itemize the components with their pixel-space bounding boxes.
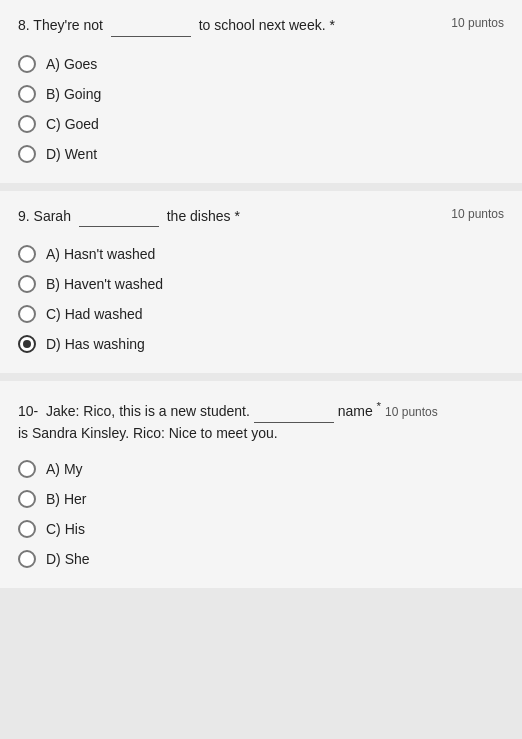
question-9: 9. Sarah the dishes * 10 puntos A) Hasn'…	[0, 191, 522, 374]
question-8-label-c: C) Goed	[46, 116, 99, 132]
question-9-blank	[79, 207, 159, 228]
question-9-radio-c[interactable]	[18, 305, 36, 323]
question-8: 8. They're not to school next week. * 10…	[0, 0, 522, 183]
question-8-header: 8. They're not to school next week. * 10…	[18, 16, 504, 37]
question-9-label-b: B) Haven't washed	[46, 276, 163, 292]
question-8-text: 8. They're not to school next week. *	[18, 16, 441, 37]
question-9-text: 9. Sarah the dishes *	[18, 207, 441, 228]
question-8-number: 8.	[18, 17, 30, 33]
question-8-label-d: D) Went	[46, 146, 97, 162]
question-9-option-c[interactable]: C) Had washed	[18, 305, 504, 323]
question-10-option-a[interactable]: A) My	[18, 460, 504, 478]
question-9-stem: Sarah	[34, 208, 71, 224]
question-9-label-c: C) Had washed	[46, 306, 143, 322]
question-8-blank	[111, 16, 191, 37]
question-9-options: A) Hasn't washed B) Haven't washed C) Ha…	[18, 245, 504, 353]
question-10-radio-d[interactable]	[18, 550, 36, 568]
question-10-option-b[interactable]: B) Her	[18, 490, 504, 508]
question-8-option-c[interactable]: C) Goed	[18, 115, 504, 133]
question-8-radio-c[interactable]	[18, 115, 36, 133]
question-10-option-c[interactable]: C) His	[18, 520, 504, 538]
question-8-stem: They're not	[33, 17, 103, 33]
question-10-option-d[interactable]: D) She	[18, 550, 504, 568]
question-8-radio-a[interactable]	[18, 55, 36, 73]
question-8-label-a: A) Goes	[46, 56, 97, 72]
question-9-radio-d[interactable]	[18, 335, 36, 353]
question-9-number: 9.	[18, 208, 30, 224]
question-10-number: 10-	[18, 403, 38, 419]
question-8-option-d[interactable]: D) Went	[18, 145, 504, 163]
question-10-radio-c[interactable]	[18, 520, 36, 538]
question-9-label-a: A) Hasn't washed	[46, 246, 155, 262]
question-8-option-b[interactable]: B) Going	[18, 85, 504, 103]
question-9-points: 10 puntos	[451, 207, 504, 221]
question-8-after: to school next week.	[199, 17, 326, 33]
question-9-radio-a[interactable]	[18, 245, 36, 263]
question-8-option-a[interactable]: A) Goes	[18, 55, 504, 73]
question-10-radio-b[interactable]	[18, 490, 36, 508]
question-10-text: 10- Jake: Rico, this is a new student. n…	[18, 397, 504, 444]
question-10-label-d: D) She	[46, 551, 90, 567]
question-9-radio-b[interactable]	[18, 275, 36, 293]
question-8-radio-b[interactable]	[18, 85, 36, 103]
question-8-options: A) Goes B) Going C) Goed D) Went	[18, 55, 504, 163]
question-10: 10- Jake: Rico, this is a new student. n…	[0, 381, 522, 588]
question-9-option-d[interactable]: D) Has washing	[18, 335, 504, 353]
question-9-label-d: D) Has washing	[46, 336, 145, 352]
question-8-points: 10 puntos	[451, 16, 504, 30]
question-9-option-a[interactable]: A) Hasn't washed	[18, 245, 504, 263]
question-9-after: the dishes	[167, 208, 231, 224]
question-8-radio-d[interactable]	[18, 145, 36, 163]
question-10-label-b: B) Her	[46, 491, 86, 507]
question-9-required: *	[234, 208, 239, 224]
question-9-header: 9. Sarah the dishes * 10 puntos	[18, 207, 504, 228]
question-9-option-b[interactable]: B) Haven't washed	[18, 275, 504, 293]
question-10-label-a: A) My	[46, 461, 83, 477]
question-10-options: A) My B) Her C) His D) She	[18, 460, 504, 568]
question-8-required: *	[329, 17, 334, 33]
question-8-label-b: B) Going	[46, 86, 101, 102]
question-10-radio-a[interactable]	[18, 460, 36, 478]
question-10-label-c: C) His	[46, 521, 85, 537]
